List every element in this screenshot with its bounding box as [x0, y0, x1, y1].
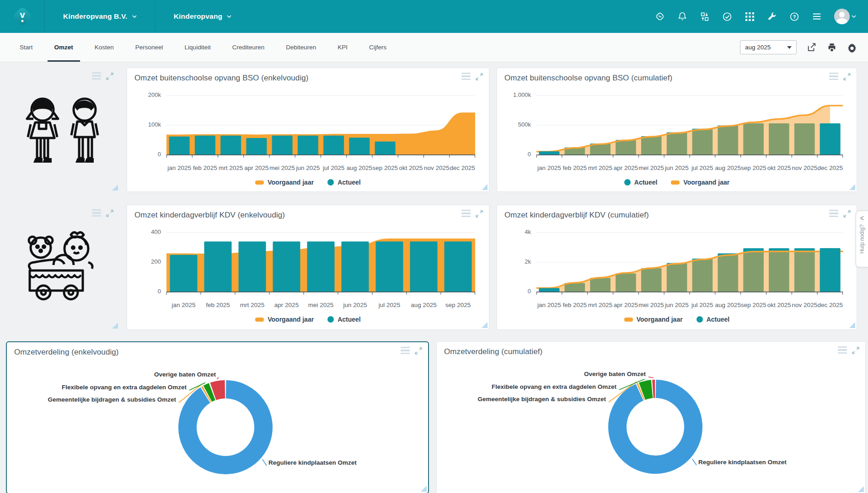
dashboard-tabs: StartOmzetKostenPersoneelLiquiditeitCred…: [13, 33, 401, 62]
legend-item[interactable]: Actueel: [624, 179, 658, 186]
legend-item[interactable]: Actueel: [697, 316, 730, 323]
legend-item[interactable]: Voorgaand jaar: [255, 179, 314, 186]
donut-slice-label: Flexibele opvang en extra dagdelen Omzet: [492, 383, 616, 390]
tasks-icon[interactable]: [722, 11, 732, 21]
x-axis-label: mei 2025: [304, 302, 338, 308]
chevron-down-icon: [852, 14, 856, 19]
chart-panel-omzetverdeling-single[interactable]: Omzetverdeling (enkelvoudig) Reguliere k…: [6, 341, 429, 493]
x-axis-label: dec 2025: [817, 302, 843, 308]
x-axis-label: aug 2025: [407, 302, 441, 308]
tab-cijfers[interactable]: Cijfers: [362, 33, 393, 62]
bar-chart-kdv-cumulative[interactable]: 02k4kjan 2025feb 2025mrt 2025apr 2025mei…: [504, 226, 849, 323]
resize-handle[interactable]: [849, 322, 855, 328]
legend-label: Actueel: [634, 179, 658, 186]
expand-icon[interactable]: [414, 347, 423, 355]
children-illustration: [17, 94, 108, 172]
chart-panel-omzetverdeling-cumulative[interactable]: Omzetverdeling (cumulatief) Reguliere ki…: [436, 341, 866, 493]
x-axis-label: dec 2025: [450, 164, 475, 171]
bar-chart-bso-cumulative[interactable]: 0500k1.000kjan 2025feb 2025mrt 2025apr 2…: [504, 89, 849, 186]
transactions-icon[interactable]: [700, 11, 710, 21]
widget-menu-icon[interactable]: [401, 347, 410, 354]
tab-start[interactable]: Start: [13, 33, 40, 62]
resize-handle[interactable]: [421, 486, 427, 492]
x-axis-label: apr 2025: [613, 302, 638, 308]
x-axis-label: sep 2025: [741, 164, 766, 171]
x-axis-label: sep 2025: [372, 164, 398, 171]
bar-chart-bso-single[interactable]: 0100k200kjan 2025feb 2025mrt 2025apr 202…: [134, 89, 482, 186]
administration-selector[interactable]: Kinderopvang: [155, 0, 250, 33]
widget-menu-icon[interactable]: [461, 73, 471, 80]
tab-omzet[interactable]: Omzet: [48, 33, 80, 62]
legend-area-marker: [255, 318, 264, 322]
legend-item[interactable]: Actueel: [327, 316, 361, 323]
apps-icon[interactable]: [745, 11, 755, 21]
administration-name: Kinderopvang: [174, 12, 223, 21]
tab-personeel[interactable]: Personeel: [129, 33, 170, 62]
resize-handle[interactable]: [858, 486, 864, 492]
x-axis-label: apr 2025: [269, 302, 304, 308]
tab-crediteuren[interactable]: Crediteuren: [225, 33, 272, 62]
chart-panel-kdv-cumulative: Omzet kinderdagverblijf KDV (cumulatief)…: [497, 205, 857, 330]
expand-icon[interactable]: [852, 346, 860, 355]
chart-panel-bso-cumulative: Omzet buitenschoolse opvang BSO (cumulat…: [497, 68, 857, 192]
widget-menu-icon[interactable]: [829, 73, 838, 80]
assistant-icon[interactable]: [655, 11, 665, 21]
share-icon[interactable]: [807, 42, 817, 53]
x-axis-label: jun 2025: [664, 164, 690, 171]
legend-item[interactable]: Voorgaand jaar: [671, 179, 729, 186]
expand-icon[interactable]: [106, 209, 114, 217]
period-select[interactable]: aug 2025: [740, 40, 797, 54]
expand-icon[interactable]: [106, 72, 114, 80]
x-axis-label: okt 2025: [766, 302, 792, 308]
widget-menu-icon[interactable]: [838, 346, 847, 354]
tab-kosten[interactable]: Kosten: [88, 33, 121, 62]
company-selector[interactable]: Kinderopvang B.V.: [45, 0, 155, 33]
y-axis-label: 0: [504, 151, 531, 158]
resize-handle[interactable]: [112, 323, 118, 329]
tab-kpi[interactable]: KPI: [331, 33, 354, 62]
expand-icon[interactable]: [843, 73, 851, 81]
expand-icon[interactable]: [843, 210, 851, 218]
x-axis-label: jul 2025: [690, 164, 715, 171]
tools-icon[interactable]: [767, 11, 777, 21]
toys-illustration: [17, 228, 108, 306]
user-menu[interactable]: [834, 9, 856, 24]
period-value: aug 2025: [745, 44, 771, 51]
donut-chart-omzetverdeling-cumulative[interactable]: Reguliere kindplaatsen OmzetGemeentelijk…: [444, 363, 858, 487]
y-axis-label: 4k: [504, 228, 531, 235]
donut-chart-omzetverdeling-single[interactable]: Reguliere kindplaatsen OmzetGemeentelijk…: [14, 363, 421, 488]
help-icon[interactable]: ?: [789, 11, 799, 21]
widget-menu-icon[interactable]: [829, 210, 838, 217]
resize-handle[interactable]: [482, 184, 488, 190]
print-icon[interactable]: [827, 42, 837, 53]
legend-item[interactable]: Voorgaand jaar: [255, 316, 314, 323]
legend-item[interactable]: Voorgaand jaar: [624, 316, 683, 323]
help-tab[interactable]: < Hulp nodig?: [856, 211, 868, 267]
x-axis-label: jun 2025: [338, 302, 372, 308]
bar-chart-kdv-single[interactable]: 0200400jan 2025feb 2025mrt 2025apr 2025m…: [134, 226, 482, 323]
chart-title: Omzet kinderdagverblijf KDV (enkelvoudig…: [134, 211, 482, 220]
menu-icon[interactable]: [812, 11, 822, 21]
x-axis-label: okt 2025: [398, 164, 423, 171]
notifications-icon[interactable]: [677, 11, 687, 21]
x-axis-label: mrt 2025: [588, 164, 613, 171]
x-axis-label: sep 2025: [741, 302, 766, 308]
resize-handle[interactable]: [482, 322, 488, 328]
legend-bar-marker: [327, 179, 334, 186]
expand-icon[interactable]: [475, 73, 483, 81]
resize-handle[interactable]: [112, 185, 118, 191]
app-logo[interactable]: v: [0, 0, 45, 33]
widget-menu-icon[interactable]: [461, 210, 471, 217]
settings-icon[interactable]: [847, 42, 857, 53]
chevron-down-icon: [227, 14, 231, 19]
tab-liquiditeit[interactable]: Liquiditeit: [178, 33, 218, 62]
widget-menu-icon[interactable]: [92, 209, 101, 217]
x-axis-label: jul 2025: [372, 302, 407, 308]
svg-text:?: ?: [793, 14, 796, 19]
widget-menu-icon[interactable]: [92, 72, 101, 80]
resize-handle[interactable]: [849, 184, 855, 190]
legend-item[interactable]: Actueel: [327, 179, 361, 186]
x-axis-label: okt 2025: [766, 164, 792, 171]
expand-icon[interactable]: [475, 210, 483, 218]
tab-debiteuren[interactable]: Debiteuren: [279, 33, 323, 62]
